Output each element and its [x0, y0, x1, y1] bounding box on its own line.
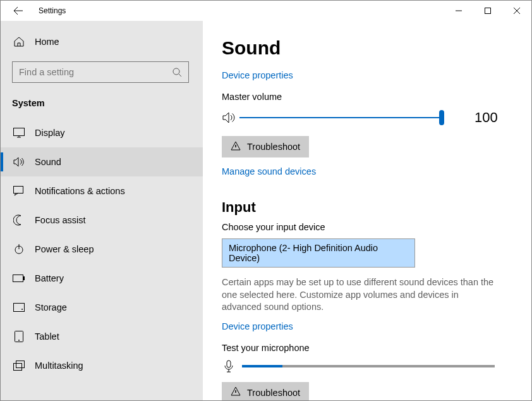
power-icon	[12, 244, 26, 255]
nav-item-battery[interactable]: Battery	[1, 264, 203, 293]
close-icon	[514, 8, 520, 14]
test-mic-label: Test your microphone	[222, 343, 512, 353]
input-heading: Input	[222, 199, 512, 216]
search-field[interactable]	[19, 67, 172, 77]
troubleshoot-label: Troubleshoot	[247, 388, 300, 398]
input-device-value: Microphone (2- High Definition Audio Dev…	[229, 243, 408, 263]
notify-icon	[12, 186, 26, 196]
display-icon	[12, 128, 26, 138]
slider-track	[239, 117, 442, 118]
choose-input-label: Choose your input device	[222, 222, 512, 232]
back-button[interactable]	[9, 2, 27, 20]
master-volume-slider[interactable]	[239, 108, 442, 127]
svg-rect-0	[485, 8, 491, 14]
nav-list: DisplaySoundNotifications & actionsFocus…	[1, 118, 203, 380]
minimize-icon	[456, 8, 462, 14]
microphone-icon	[222, 359, 236, 373]
svg-point-1	[173, 68, 179, 75]
nav-item-label: Notifications & actions	[35, 186, 125, 196]
tablet-icon	[12, 331, 26, 342]
home-nav[interactable]: Home	[1, 28, 203, 55]
window-title: Settings	[39, 6, 66, 15]
minimize-button[interactable]	[444, 1, 473, 20]
nav-item-label: Power & sleep	[35, 244, 94, 254]
svg-rect-5	[13, 275, 23, 282]
troubleshoot-output-button[interactable]: Troubleshoot	[222, 136, 309, 157]
svg-point-8	[21, 309, 23, 310]
nav-item-power[interactable]: Power & sleep	[1, 235, 203, 264]
nav-item-label: Sound	[35, 157, 61, 167]
content-area: Sound Device properties Master volume 10…	[203, 21, 531, 400]
svg-rect-6	[23, 276, 25, 280]
nav-item-label: Multitasking	[35, 361, 83, 371]
warning-icon	[231, 141, 241, 153]
nav-item-sound[interactable]: Sound	[1, 147, 203, 176]
svg-rect-7	[14, 304, 25, 312]
input-device-select[interactable]: Microphone (2- High Definition Audio Dev…	[222, 238, 415, 268]
moon-icon	[12, 214, 26, 226]
nav-item-label: Display	[35, 128, 65, 138]
category-label: System	[1, 83, 203, 109]
multitask-icon	[12, 361, 26, 371]
slider-thumb[interactable]	[439, 110, 444, 125]
svg-rect-2	[14, 128, 25, 136]
search-input[interactable]	[12, 61, 189, 83]
nav-item-moon[interactable]: Focus assist	[1, 206, 203, 235]
nav-item-label: Battery	[35, 273, 64, 283]
nav-item-multitask[interactable]: Multitasking	[1, 351, 203, 380]
master-volume-label: Master volume	[222, 92, 512, 102]
troubleshoot-input-button[interactable]: Troubleshoot	[222, 382, 309, 400]
device-properties-link[interactable]: Device properties	[222, 70, 512, 80]
home-label: Home	[35, 37, 59, 47]
master-volume-value: 100	[475, 109, 498, 126]
mic-level-bar	[242, 365, 495, 367]
nav-item-notify[interactable]: Notifications & actions	[1, 176, 203, 206]
titlebar: Settings	[1, 1, 531, 21]
arrow-left-icon	[13, 6, 23, 16]
sound-icon	[12, 157, 26, 167]
svg-rect-11	[14, 364, 22, 371]
nav-item-label: Focus assist	[35, 215, 86, 225]
nav-item-label: Tablet	[35, 331, 59, 342]
manage-sound-devices-link[interactable]: Manage sound devices	[222, 166, 512, 176]
input-note: Certain apps may be set up to use differ…	[222, 276, 500, 314]
battery-icon	[12, 275, 26, 282]
mic-level-fill	[242, 365, 282, 367]
nav-item-display[interactable]: Display	[1, 118, 203, 147]
maximize-button[interactable]	[473, 1, 502, 20]
svg-rect-12	[16, 361, 25, 368]
svg-point-10	[18, 340, 20, 341]
sidebar: Home System DisplaySoundNotifications & …	[1, 21, 203, 400]
storage-icon	[12, 303, 26, 312]
search-icon	[172, 67, 182, 77]
close-button[interactable]	[502, 1, 531, 20]
page-title: Sound	[222, 37, 512, 59]
input-device-properties-link[interactable]: Device properties	[222, 321, 512, 331]
speaker-icon	[222, 110, 237, 125]
nav-item-tablet[interactable]: Tablet	[1, 322, 203, 351]
nav-item-storage[interactable]: Storage	[1, 293, 203, 322]
nav-item-label: Storage	[35, 302, 67, 312]
home-icon	[12, 36, 26, 47]
svg-rect-3	[14, 187, 23, 194]
warning-icon	[231, 386, 241, 398]
svg-rect-13	[227, 361, 231, 367]
troubleshoot-label: Troubleshoot	[247, 142, 300, 152]
maximize-icon	[485, 8, 491, 14]
